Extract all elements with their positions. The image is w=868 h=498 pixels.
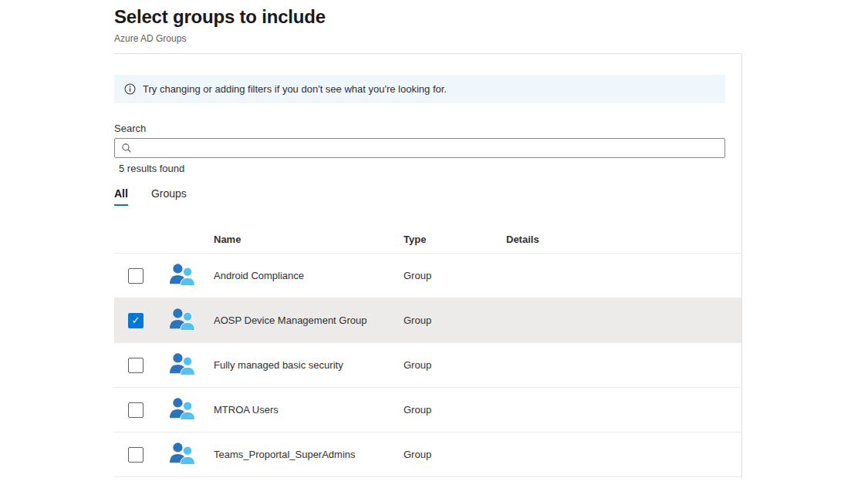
search-box[interactable] bbox=[114, 138, 725, 158]
row-checkbox[interactable]: ✓ bbox=[128, 447, 144, 463]
group-icon bbox=[168, 352, 198, 379]
group-picker-panel: Try changing or adding filters if you do… bbox=[114, 53, 742, 479]
page-subtitle: Azure AD Groups bbox=[114, 33, 868, 44]
group-icon bbox=[168, 396, 198, 424]
groups-table: Name Type Details ✓ Android Compliance G… bbox=[114, 226, 741, 477]
group-type: Group bbox=[404, 359, 506, 371]
row-checkbox[interactable]: ✓ bbox=[128, 268, 144, 284]
info-icon bbox=[124, 83, 136, 95]
group-name: AOSP Device Management Group bbox=[214, 315, 404, 326]
group-icon-cell bbox=[168, 307, 214, 335]
results-count: 5 results found bbox=[119, 163, 741, 174]
column-header-type: Type bbox=[404, 234, 506, 245]
info-banner-text: Try changing or adding filters if you do… bbox=[143, 83, 447, 95]
column-header-name: Name bbox=[214, 234, 404, 245]
search-icon bbox=[121, 143, 132, 153]
table-row[interactable]: ✓ Android Compliance Group bbox=[114, 254, 741, 298]
page-header: Select groups to include Azure AD Groups bbox=[114, 0, 868, 44]
checkbox-cell: ✓ bbox=[114, 313, 168, 328]
page-title: Select groups to include bbox=[114, 6, 868, 28]
checkbox-cell: ✓ bbox=[114, 447, 168, 463]
group-icon-cell bbox=[168, 396, 214, 424]
group-name: Fully managed basic security bbox=[214, 359, 404, 371]
group-name: Teams_Proportal_SuperAdmins bbox=[214, 449, 404, 460]
group-type: Group bbox=[404, 270, 506, 281]
search-section: Search 5 results found bbox=[114, 123, 741, 174]
info-banner: Try changing or adding filters if you do… bbox=[114, 75, 725, 103]
group-name: MTROA Users bbox=[214, 404, 404, 416]
tab-all[interactable]: All bbox=[114, 187, 128, 206]
column-header-details: Details bbox=[506, 234, 741, 245]
search-input[interactable] bbox=[137, 139, 724, 157]
tab-groups[interactable]: Groups bbox=[151, 187, 187, 206]
row-checkbox[interactable]: ✓ bbox=[128, 313, 144, 328]
group-icon bbox=[168, 441, 198, 469]
group-icon bbox=[168, 307, 198, 335]
checkmark-icon: ✓ bbox=[132, 315, 140, 325]
group-type: Group bbox=[404, 315, 506, 326]
row-checkbox[interactable]: ✓ bbox=[128, 402, 144, 418]
group-icon-cell bbox=[168, 441, 214, 469]
group-name: Android Compliance bbox=[214, 270, 404, 281]
tab-bar: All Groups bbox=[114, 187, 741, 206]
table-row[interactable]: ✓ AOSP Device Management Group Group bbox=[114, 298, 741, 343]
search-label: Search bbox=[114, 123, 741, 134]
table-row[interactable]: ✓ Teams_Proportal_SuperAdmins Group bbox=[114, 432, 741, 477]
table-header: Name Type Details bbox=[114, 226, 741, 254]
checkbox-cell: ✓ bbox=[114, 358, 168, 373]
group-type: Group bbox=[404, 404, 506, 416]
row-checkbox[interactable]: ✓ bbox=[128, 358, 144, 373]
group-icon-cell bbox=[168, 352, 214, 379]
table-row[interactable]: ✓ Fully managed basic security Group bbox=[114, 343, 741, 388]
table-row[interactable]: ✓ MTROA Users Group bbox=[114, 388, 741, 432]
checkbox-cell: ✓ bbox=[114, 268, 168, 284]
group-icon bbox=[168, 262, 198, 290]
checkbox-cell: ✓ bbox=[114, 402, 168, 418]
group-icon-cell bbox=[168, 262, 214, 290]
group-type: Group bbox=[404, 449, 506, 460]
